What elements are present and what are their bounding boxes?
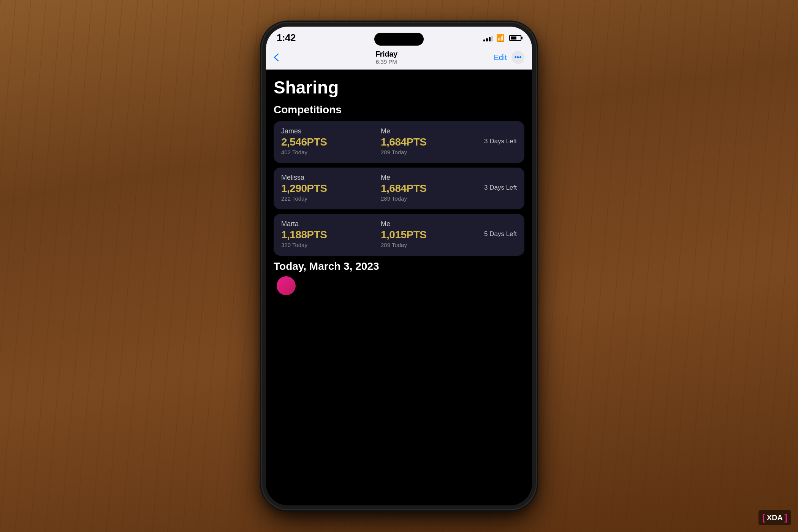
carla-avatar — [277, 276, 296, 295]
page-title: Sharing — [274, 77, 524, 98]
opponent-name-3: Marta — [281, 220, 381, 228]
days-left-col-1: 3 Days Left — [480, 127, 517, 155]
nav-subtitle: 6:39 PM — [375, 59, 397, 65]
today-section: Today, March 3, 2023 — [274, 260, 524, 295]
xda-watermark: [ XDA ] — [758, 510, 791, 525]
navigation-bar: Friday 6:39 PM Edit ••• — [266, 47, 532, 70]
days-left-3: 5 Days Left — [484, 230, 517, 238]
me-label-2: Me — [381, 174, 480, 182]
me-pts-3: 1,015PTS — [381, 229, 480, 241]
me-label-1: Me — [381, 127, 480, 135]
competition-card-2[interactable]: Melissa 1,290PTS 222 Today Me 1,684PTS 2… — [274, 168, 524, 209]
status-bar: 1:42 📶 — [266, 27, 532, 47]
days-left-col-2: 3 Days Left — [480, 174, 517, 202]
status-icons: 📶 — [483, 34, 521, 42]
status-time: 1:42 — [277, 32, 296, 44]
me-today-3: 289 Today — [381, 242, 480, 248]
xda-bracket-right: ] — [784, 512, 787, 523]
nav-title: Friday — [375, 50, 397, 59]
xda-bracket-left: [ — [762, 512, 765, 523]
me-pts-1: 1,684PTS — [381, 136, 480, 148]
opponent-pts-1: 2,546PTS — [281, 136, 381, 148]
me-today-1: 289 Today — [381, 149, 480, 155]
ellipsis-icon: ••• — [515, 54, 522, 62]
days-left-1: 3 Days Left — [484, 138, 517, 145]
opponent-today-1: 402 Today — [281, 149, 381, 155]
me-col-1: Me 1,684PTS 289 Today — [381, 127, 480, 155]
opponent-col-1: James 2,546PTS 402 Today — [281, 127, 381, 155]
back-button[interactable] — [274, 53, 279, 62]
opponent-today-3: 320 Today — [281, 242, 381, 248]
opponent-pts-3: 1,188PTS — [281, 229, 381, 241]
nav-right-actions: Edit ••• — [494, 51, 524, 64]
today-list-peek — [274, 276, 524, 295]
opponent-name-1: James — [281, 127, 381, 135]
opponent-today-2: 222 Today — [281, 195, 381, 202]
me-label-3: Me — [381, 220, 480, 228]
opponent-col-2: Melissa 1,290PTS 222 Today — [281, 174, 381, 202]
nav-center: Friday 6:39 PM — [375, 50, 397, 65]
days-left-2: 3 Days Left — [484, 184, 517, 192]
me-pts-2: 1,684PTS — [381, 182, 480, 195]
me-col-2: Me 1,684PTS 289 Today — [381, 174, 480, 202]
days-left-col-3: 5 Days Left — [480, 220, 517, 248]
competitions-section-title: Competitions — [274, 104, 524, 116]
phone-shell: 1:42 📶 — [262, 23, 536, 509]
more-button[interactable]: ••• — [511, 51, 524, 64]
content-area: Sharing Competitions James 2,546PTS 402 … — [266, 70, 532, 505]
opponent-name-2: Melissa — [281, 174, 381, 182]
today-title: Today, March 3, 2023 — [274, 260, 524, 272]
me-today-2: 289 Today — [381, 195, 480, 202]
wifi-icon: 📶 — [496, 34, 505, 42]
competition-card-1[interactable]: James 2,546PTS 402 Today Me 1,684PTS 289… — [274, 121, 524, 163]
me-col-3: Me 1,015PTS 289 Today — [381, 220, 480, 248]
phone-screen: 1:42 📶 — [266, 27, 532, 505]
edit-button[interactable]: Edit — [494, 53, 507, 62]
opponent-pts-2: 1,290PTS — [281, 182, 381, 195]
signal-icon — [483, 35, 493, 41]
xda-label: XDA — [767, 513, 783, 522]
competition-card-3[interactable]: Marta 1,188PTS 320 Today Me 1,015PTS 289… — [274, 214, 524, 256]
dynamic-island — [374, 33, 424, 46]
opponent-col-3: Marta 1,188PTS 320 Today — [281, 220, 381, 248]
battery-icon — [509, 35, 521, 41]
